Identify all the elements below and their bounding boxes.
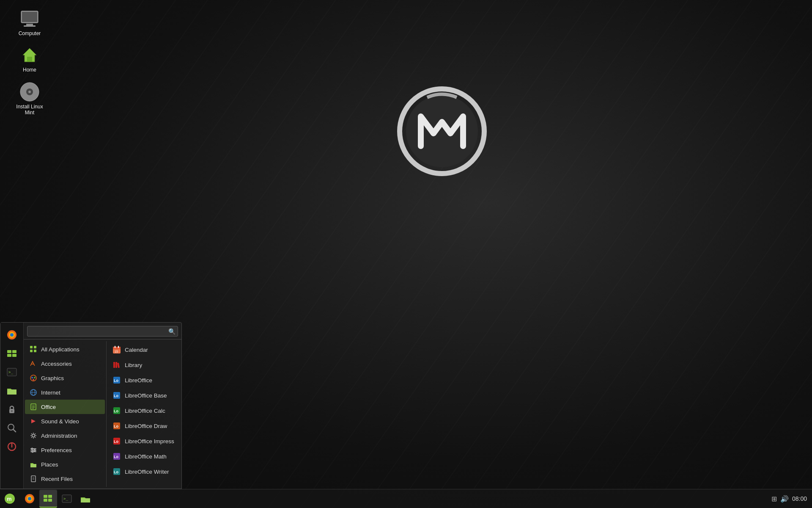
svg-rect-6 bbox=[27, 57, 32, 62]
svg-point-81 bbox=[28, 497, 31, 500]
svg-point-34 bbox=[33, 379, 34, 381]
svg-point-33 bbox=[34, 377, 36, 378]
svg-rect-26 bbox=[30, 346, 33, 348]
category-places-label: Places bbox=[41, 461, 58, 468]
sound-video-icon bbox=[29, 417, 38, 425]
desktop-icons: Computer Home Install Linux Mint bbox=[13, 8, 47, 116]
svg-rect-88 bbox=[81, 498, 90, 502]
app-libreoffice-impress-label: LibreOffice Impress bbox=[125, 438, 174, 444]
libreoffice-math-icon: Lo bbox=[112, 452, 121, 461]
administration-icon bbox=[29, 431, 38, 440]
svg-point-12 bbox=[10, 333, 14, 337]
tray-network-icon[interactable]: ⊞ bbox=[771, 495, 777, 503]
svg-rect-85 bbox=[48, 499, 52, 502]
svg-rect-56 bbox=[113, 348, 121, 349]
libreoffice-base-icon: Lo bbox=[112, 391, 121, 400]
category-accessories-label: Accessories bbox=[41, 361, 72, 367]
svg-rect-29 bbox=[34, 350, 36, 352]
search-submit-icon[interactable]: 🔍 bbox=[168, 328, 176, 335]
search-input[interactable] bbox=[27, 326, 178, 337]
app-libreoffice-base[interactable]: Lo LibreOffice Base bbox=[108, 388, 180, 403]
category-office[interactable]: Office bbox=[25, 400, 105, 414]
internet-icon bbox=[29, 388, 38, 397]
home-icon bbox=[19, 45, 40, 65]
sidebar-btn-lock[interactable] bbox=[3, 400, 21, 418]
category-recent[interactable]: Recent Files bbox=[25, 472, 105, 486]
sidebar-btn-mintmenu[interactable] bbox=[3, 345, 21, 362]
libreoffice-icon: Lo bbox=[112, 375, 121, 385]
taskbar-app-firefox[interactable] bbox=[21, 490, 38, 508]
category-all[interactable]: All Applications bbox=[25, 342, 105, 356]
svg-text:15: 15 bbox=[115, 350, 118, 353]
svg-point-49 bbox=[32, 451, 33, 453]
svg-text:Lo: Lo bbox=[114, 378, 118, 383]
svg-rect-5 bbox=[24, 25, 36, 27]
taskbar-start-button[interactable]: m bbox=[0, 489, 19, 508]
libreoffice-draw-icon: Lo bbox=[112, 421, 121, 431]
svg-point-21 bbox=[11, 410, 13, 412]
taskbar-app-mintmenu[interactable] bbox=[39, 490, 57, 508]
category-recent-label: Recent Files bbox=[41, 476, 73, 482]
app-library[interactable]: Library bbox=[108, 357, 180, 373]
category-graphics[interactable]: Graphics bbox=[25, 371, 105, 385]
sidebar-btn-files[interactable] bbox=[3, 382, 21, 400]
svg-text:>_: >_ bbox=[63, 497, 68, 501]
calendar-icon: 15 bbox=[112, 345, 121, 354]
taskbar-app-terminal[interactable]: >_ bbox=[58, 490, 76, 508]
app-libreoffice-draw[interactable]: Lo LibreOffice Draw bbox=[108, 418, 180, 433]
mint-logo bbox=[395, 85, 501, 190]
svg-point-43 bbox=[32, 434, 35, 437]
desktop-icon-install[interactable]: Install Linux Mint bbox=[13, 82, 47, 116]
taskbar: m bbox=[0, 489, 812, 508]
app-libreoffice-writer[interactable]: Lo LibreOffice Writer bbox=[108, 464, 180, 479]
taskbar-system-tray: ⊞ 🔊 08:00 bbox=[771, 495, 812, 503]
tray-volume-icon[interactable]: 🔊 bbox=[780, 495, 789, 503]
desktop-icon-home[interactable]: Home bbox=[13, 45, 47, 73]
places-icon bbox=[29, 460, 38, 469]
start-main: 🔍 A bbox=[24, 323, 181, 489]
taskbar-apps: >_ bbox=[19, 490, 96, 508]
install-label: Install Linux Mint bbox=[13, 104, 47, 116]
svg-rect-4 bbox=[26, 24, 33, 25]
start-sidebar: >_ bbox=[0, 323, 24, 489]
svg-text:>_: >_ bbox=[8, 370, 13, 374]
app-libreoffice-writer-label: LibreOffice Writer bbox=[125, 469, 169, 475]
app-libreoffice-calc[interactable]: Lo LibreOffice Calc bbox=[108, 403, 180, 418]
category-places[interactable]: Places bbox=[25, 457, 105, 472]
all-apps-icon bbox=[29, 345, 38, 353]
search-bar: 🔍 bbox=[24, 323, 181, 340]
category-preferences-label: Preferences bbox=[41, 447, 72, 453]
category-sound-video[interactable]: Sound & Video bbox=[25, 414, 105, 428]
svg-text:Lo: Lo bbox=[114, 424, 118, 428]
svg-rect-13 bbox=[7, 350, 11, 353]
sidebar-btn-terminal[interactable]: >_ bbox=[3, 363, 21, 381]
app-libreoffice-math[interactable]: Lo LibreOffice Math bbox=[108, 449, 180, 464]
category-internet[interactable]: Internet bbox=[25, 385, 105, 400]
taskbar-app-files[interactable] bbox=[77, 490, 94, 508]
app-libreoffice-draw-label: LibreOffice Draw bbox=[125, 423, 167, 429]
svg-text:Lo: Lo bbox=[114, 455, 118, 459]
svg-point-48 bbox=[34, 450, 36, 451]
svg-rect-3 bbox=[22, 12, 37, 22]
computer-label: Computer bbox=[19, 30, 41, 36]
sidebar-btn-firefox[interactable] bbox=[3, 326, 21, 344]
install-icon bbox=[19, 82, 40, 102]
accessories-icon bbox=[29, 359, 38, 368]
category-preferences[interactable]: Preferences bbox=[25, 443, 105, 457]
svg-rect-84 bbox=[44, 499, 47, 502]
desktop-icon-computer[interactable]: Computer bbox=[13, 8, 47, 36]
category-all-label: All Applications bbox=[41, 346, 80, 353]
svg-rect-83 bbox=[48, 495, 52, 498]
app-libreoffice[interactable]: Lo LibreOffice bbox=[108, 373, 180, 388]
sidebar-btn-power[interactable] bbox=[3, 438, 21, 456]
app-libreoffice-base-label: LibreOffice Base bbox=[125, 392, 167, 399]
category-graphics-label: Graphics bbox=[41, 375, 64, 381]
app-library-label: Library bbox=[125, 362, 142, 368]
app-libreoffice-impress[interactable]: Lo LibreOffice Impress bbox=[108, 433, 180, 449]
svg-rect-15 bbox=[7, 354, 11, 357]
sidebar-btn-search[interactable] bbox=[3, 419, 21, 437]
category-accessories[interactable]: Accessories bbox=[25, 356, 105, 371]
taskbar-clock: 08:00 bbox=[792, 495, 807, 502]
app-calendar[interactable]: 15 Calendar bbox=[108, 342, 180, 357]
category-administration[interactable]: Administration bbox=[25, 428, 105, 443]
